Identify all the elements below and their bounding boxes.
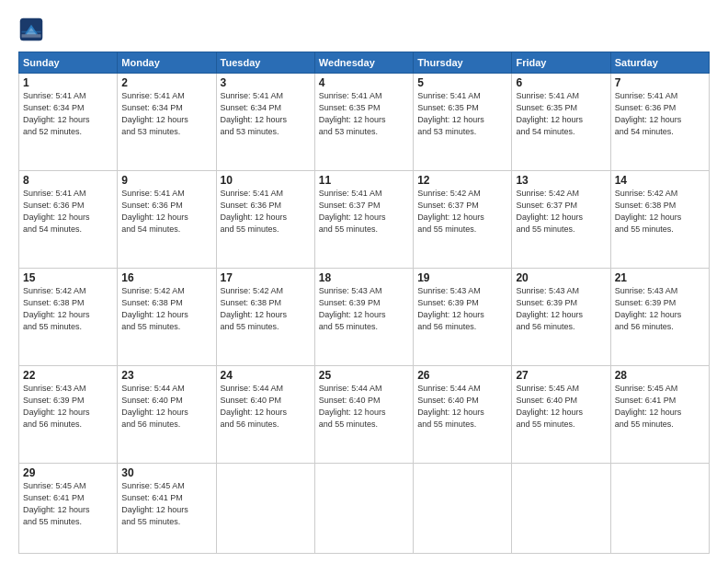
day-number: 10: [221, 174, 311, 187]
svg-rect-3: [22, 31, 41, 33]
day-info: Sunrise: 5:41 AM Sunset: 6:36 PM Dayligh…: [615, 90, 705, 138]
day-info: Sunrise: 5:42 AM Sunset: 6:38 PM Dayligh…: [121, 285, 211, 333]
day-number: 5: [417, 76, 507, 89]
day-info: Sunrise: 5:43 AM Sunset: 6:39 PM Dayligh…: [23, 383, 113, 431]
calendar-cell: 18Sunrise: 5:43 AM Sunset: 6:39 PM Dayli…: [314, 268, 413, 365]
day-info: Sunrise: 5:41 AM Sunset: 6:35 PM Dayligh…: [516, 90, 606, 138]
day-number: 28: [615, 369, 705, 382]
calendar-cell: 8Sunrise: 5:41 AM Sunset: 6:36 PM Daylig…: [19, 170, 118, 268]
day-number: 17: [221, 271, 311, 284]
day-info: Sunrise: 5:41 AM Sunset: 6:36 PM Dayligh…: [221, 188, 311, 236]
weekday-header: Thursday: [414, 52, 512, 74]
calendar-cell: [414, 463, 512, 553]
calendar-cell: 3Sunrise: 5:41 AM Sunset: 6:34 PM Daylig…: [216, 74, 314, 171]
day-info: Sunrise: 5:42 AM Sunset: 6:38 PM Dayligh…: [221, 285, 311, 333]
calendar-cell: [512, 463, 610, 553]
day-number: 29: [23, 466, 113, 479]
logo: [18, 17, 48, 42]
calendar-cell: [216, 463, 314, 553]
calendar-cell: 6Sunrise: 5:41 AM Sunset: 6:35 PM Daylig…: [512, 74, 610, 171]
calendar-cell: 29Sunrise: 5:45 AM Sunset: 6:41 PM Dayli…: [19, 463, 118, 553]
calendar-cell: 30Sunrise: 5:45 AM Sunset: 6:41 PM Dayli…: [118, 463, 216, 553]
calendar-week-row: 1Sunrise: 5:41 AM Sunset: 6:34 PM Daylig…: [19, 74, 710, 171]
weekday-header: Tuesday: [216, 52, 314, 74]
calendar-cell: 13Sunrise: 5:42 AM Sunset: 6:37 PM Dayli…: [512, 170, 610, 268]
day-info: Sunrise: 5:45 AM Sunset: 6:41 PM Dayligh…: [23, 480, 113, 528]
calendar-cell: [610, 463, 709, 553]
day-number: 12: [417, 174, 507, 187]
weekday-header: Monday: [118, 52, 216, 74]
day-number: 6: [516, 76, 606, 89]
day-info: Sunrise: 5:41 AM Sunset: 6:34 PM Dayligh…: [23, 90, 113, 138]
day-number: 4: [319, 76, 409, 89]
calendar-cell: 1Sunrise: 5:41 AM Sunset: 6:34 PM Daylig…: [19, 74, 118, 171]
day-info: Sunrise: 5:41 AM Sunset: 6:35 PM Dayligh…: [319, 90, 409, 138]
day-info: Sunrise: 5:44 AM Sunset: 6:40 PM Dayligh…: [221, 383, 311, 431]
day-number: 21: [615, 271, 705, 284]
weekday-header: Friday: [512, 52, 610, 74]
header: [18, 17, 710, 42]
calendar-cell: 2Sunrise: 5:41 AM Sunset: 6:34 PM Daylig…: [118, 74, 216, 171]
day-info: Sunrise: 5:44 AM Sunset: 6:40 PM Dayligh…: [417, 383, 507, 431]
day-info: Sunrise: 5:41 AM Sunset: 6:34 PM Dayligh…: [221, 90, 311, 138]
calendar-cell: 23Sunrise: 5:44 AM Sunset: 6:40 PM Dayli…: [118, 365, 216, 463]
calendar-cell: 9Sunrise: 5:41 AM Sunset: 6:36 PM Daylig…: [118, 170, 216, 268]
logo-icon: [18, 17, 44, 42]
page: SundayMondayTuesdayWednesdayThursdayFrid…: [0, 0, 728, 563]
day-number: 30: [121, 466, 211, 479]
day-number: 8: [23, 174, 113, 187]
day-number: 3: [221, 76, 311, 89]
day-number: 7: [615, 76, 705, 89]
calendar-cell: 27Sunrise: 5:45 AM Sunset: 6:40 PM Dayli…: [512, 365, 610, 463]
day-number: 11: [319, 174, 409, 187]
day-info: Sunrise: 5:41 AM Sunset: 6:35 PM Dayligh…: [417, 90, 507, 138]
day-info: Sunrise: 5:45 AM Sunset: 6:41 PM Dayligh…: [121, 480, 211, 528]
calendar-week-row: 22Sunrise: 5:43 AM Sunset: 6:39 PM Dayli…: [19, 365, 710, 463]
calendar-week-row: 15Sunrise: 5:42 AM Sunset: 6:38 PM Dayli…: [19, 268, 710, 365]
day-number: 2: [121, 76, 211, 89]
calendar-cell: 26Sunrise: 5:44 AM Sunset: 6:40 PM Dayli…: [414, 365, 512, 463]
calendar-cell: 21Sunrise: 5:43 AM Sunset: 6:39 PM Dayli…: [610, 268, 709, 365]
day-info: Sunrise: 5:43 AM Sunset: 6:39 PM Dayligh…: [319, 285, 409, 333]
day-number: 16: [121, 271, 211, 284]
day-info: Sunrise: 5:44 AM Sunset: 6:40 PM Dayligh…: [121, 383, 211, 431]
day-info: Sunrise: 5:42 AM Sunset: 6:38 PM Dayligh…: [23, 285, 113, 333]
day-info: Sunrise: 5:43 AM Sunset: 6:39 PM Dayligh…: [615, 285, 705, 333]
day-number: 26: [417, 369, 507, 382]
day-number: 23: [121, 369, 211, 382]
day-info: Sunrise: 5:45 AM Sunset: 6:40 PM Dayligh…: [516, 383, 606, 431]
calendar-cell: 5Sunrise: 5:41 AM Sunset: 6:35 PM Daylig…: [414, 74, 512, 171]
day-info: Sunrise: 5:41 AM Sunset: 6:36 PM Dayligh…: [23, 188, 113, 236]
calendar-cell: 14Sunrise: 5:42 AM Sunset: 6:38 PM Dayli…: [610, 170, 709, 268]
calendar-cell: [314, 463, 413, 553]
day-info: Sunrise: 5:41 AM Sunset: 6:37 PM Dayligh…: [319, 188, 409, 236]
day-number: 9: [121, 174, 211, 187]
day-info: Sunrise: 5:42 AM Sunset: 6:37 PM Dayligh…: [516, 188, 606, 236]
calendar-cell: 12Sunrise: 5:42 AM Sunset: 6:37 PM Dayli…: [414, 170, 512, 268]
weekday-header: Wednesday: [314, 52, 413, 74]
calendar-week-row: 29Sunrise: 5:45 AM Sunset: 6:41 PM Dayli…: [19, 463, 710, 553]
calendar-cell: 20Sunrise: 5:43 AM Sunset: 6:39 PM Dayli…: [512, 268, 610, 365]
day-info: Sunrise: 5:41 AM Sunset: 6:34 PM Dayligh…: [121, 90, 211, 138]
calendar-cell: 28Sunrise: 5:45 AM Sunset: 6:41 PM Dayli…: [610, 365, 709, 463]
calendar-cell: 4Sunrise: 5:41 AM Sunset: 6:35 PM Daylig…: [314, 74, 413, 171]
calendar-cell: 11Sunrise: 5:41 AM Sunset: 6:37 PM Dayli…: [314, 170, 413, 268]
day-number: 19: [417, 271, 507, 284]
day-number: 25: [319, 369, 409, 382]
day-info: Sunrise: 5:44 AM Sunset: 6:40 PM Dayligh…: [319, 383, 409, 431]
calendar-cell: 15Sunrise: 5:42 AM Sunset: 6:38 PM Dayli…: [19, 268, 118, 365]
calendar-cell: 7Sunrise: 5:41 AM Sunset: 6:36 PM Daylig…: [610, 74, 709, 171]
day-number: 20: [516, 271, 606, 284]
day-number: 13: [516, 174, 606, 187]
day-number: 22: [23, 369, 113, 382]
calendar-week-row: 8Sunrise: 5:41 AM Sunset: 6:36 PM Daylig…: [19, 170, 710, 268]
calendar-cell: 19Sunrise: 5:43 AM Sunset: 6:39 PM Dayli…: [414, 268, 512, 365]
calendar-cell: 22Sunrise: 5:43 AM Sunset: 6:39 PM Dayli…: [19, 365, 118, 463]
calendar-cell: 16Sunrise: 5:42 AM Sunset: 6:38 PM Dayli…: [118, 268, 216, 365]
calendar-cell: 25Sunrise: 5:44 AM Sunset: 6:40 PM Dayli…: [314, 365, 413, 463]
calendar-cell: 17Sunrise: 5:42 AM Sunset: 6:38 PM Dayli…: [216, 268, 314, 365]
weekday-header: Saturday: [610, 52, 709, 74]
day-info: Sunrise: 5:45 AM Sunset: 6:41 PM Dayligh…: [615, 383, 705, 431]
day-number: 1: [23, 76, 113, 89]
day-info: Sunrise: 5:42 AM Sunset: 6:38 PM Dayligh…: [615, 188, 705, 236]
